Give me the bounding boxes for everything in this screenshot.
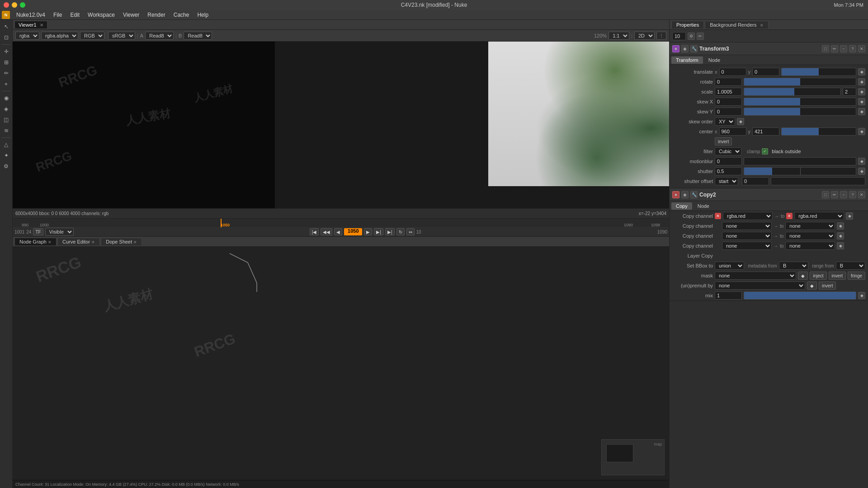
tool-crop[interactable]: ⊞ [1, 57, 11, 67]
menu-viewer[interactable]: Viewer [119, 11, 143, 19]
timeline-ruler[interactable]: 990 1000 1050 1090 1098 [13, 219, 669, 228]
mode-select[interactable]: 2D [634, 32, 655, 40]
tool-merge[interactable]: ◫ [1, 115, 11, 125]
display-select[interactable]: sRGB [108, 32, 135, 40]
close-button[interactable] [4, 2, 9, 8]
maximize-button[interactable] [20, 2, 25, 8]
transform3-color-btn[interactable]: ■ [672, 45, 679, 52]
tl-tf-btn[interactable]: TF [33, 228, 43, 235]
copy-ch2-btn[interactable]: ◆ [837, 222, 844, 230]
shutter-animate-btn[interactable]: ◆ [858, 168, 865, 175]
copy-to-select-1[interactable]: rgba.red [794, 212, 844, 220]
transform3-view-btn[interactable]: ◉ [681, 45, 689, 52]
copy-to-x-icon-1[interactable]: ✕ [786, 213, 793, 219]
copy-ch1-btn[interactable]: ◆ [846, 212, 853, 220]
copy2-close-btn[interactable]: ✕ [858, 191, 865, 198]
tab-node-graph[interactable]: Node Graph ✕ [14, 238, 57, 245]
skewy-slider[interactable] [744, 108, 856, 116]
copy2-icon-2[interactable]: ✏ [831, 191, 838, 198]
skewy-animate-btn[interactable]: ◆ [858, 108, 865, 115]
translate-y-input[interactable]: 0 [752, 68, 779, 76]
minimize-button[interactable] [12, 2, 17, 8]
copy2-view-btn[interactable]: ◉ [681, 191, 689, 198]
tl-loop-btn[interactable]: ↻ [396, 228, 405, 235]
tl-step-back-btn[interactable]: ◀ [334, 228, 342, 235]
rp-tab-properties[interactable]: Properties [671, 21, 704, 28]
tool-color[interactable]: ◈ [1, 104, 11, 114]
menu-render[interactable]: Render [144, 11, 169, 19]
menu-workspace[interactable]: Workspace [84, 11, 118, 19]
clamp-checkbox[interactable]: ✓ [762, 148, 768, 155]
transform3-icon-1[interactable]: □ [822, 45, 829, 52]
copy2-tab-node[interactable]: Node [693, 202, 714, 210]
copy-from-select-3[interactable]: none [722, 232, 772, 240]
skewx-animate-btn[interactable]: ◆ [858, 98, 865, 105]
transform3-tab-node[interactable]: Node [704, 56, 725, 64]
tool-pointer[interactable]: ↖ [1, 22, 11, 32]
shutteroffset-select[interactable]: start [715, 177, 738, 185]
transform3-icon-4[interactable]: ? [849, 45, 856, 52]
center-x-input[interactable]: 960 [719, 127, 746, 136]
input-b-select[interactable]: Read8 [184, 32, 212, 40]
mask-animate-btn[interactable]: ◆ [798, 272, 808, 280]
mini-map[interactable]: map [601, 439, 665, 475]
tool-viewer[interactable]: ◉ [1, 93, 11, 103]
shutter-slider[interactable] [744, 167, 856, 175]
center-y-input[interactable]: 421 [752, 127, 779, 136]
input-a-select[interactable]: Read8 [145, 32, 174, 40]
shutteroffset-input[interactable]: 0 [742, 177, 769, 185]
tl-bounce-btn[interactable]: ⇔ [406, 228, 415, 235]
rp-settings-btn[interactable]: ⚙ [688, 33, 695, 40]
scale-slider[interactable] [744, 88, 841, 96]
mix-animate-btn[interactable]: ◆ [858, 292, 865, 299]
tl-prev-btn[interactable]: ◀◀ [321, 228, 332, 235]
scale-input[interactable]: 1.0005 [715, 88, 742, 96]
tl-start-btn[interactable]: |◀ [310, 228, 319, 235]
filter-select[interactable]: Cubic [715, 147, 741, 155]
tool-settings[interactable]: ⚙ [1, 161, 11, 171]
skewy-input[interactable]: 0 [715, 108, 742, 116]
window-controls[interactable] [0, 2, 25, 8]
translate-animate-btn[interactable]: ◆ [858, 68, 865, 75]
copy-to-select-2[interactable]: none [785, 222, 835, 230]
menu-cache[interactable]: Cache [170, 11, 193, 19]
copy-from-select-4[interactable]: none [722, 242, 772, 250]
center-slider[interactable] [781, 127, 856, 136]
rp-tab-background[interactable]: Background Renders ✕ [705, 21, 768, 28]
translate-slider[interactable] [781, 68, 856, 76]
translate-x-input[interactable]: 0 [719, 68, 746, 76]
transform3-lock-btn[interactable]: 🔧 [690, 45, 698, 52]
copy-to-select-3[interactable]: none [785, 232, 835, 240]
tool-3d[interactable]: △ [1, 140, 11, 150]
shutter-input[interactable]: 0.5 [715, 167, 742, 175]
rp-pencil-btn[interactable]: ✏ [697, 33, 704, 40]
set-bbox-select[interactable]: union [715, 262, 744, 270]
tab-dope-sheet[interactable]: Dope Sheet ✕ [101, 238, 142, 245]
transform3-icon-2[interactable]: ✏ [831, 45, 838, 52]
scale-animate-btn[interactable]: ◆ [858, 88, 865, 95]
copy2-icon-1[interactable]: □ [822, 191, 829, 198]
copy2-icon-3[interactable]: − [840, 191, 847, 198]
invert-btn[interactable]: invert [829, 272, 846, 280]
tl-play-btn[interactable]: ▶ [364, 228, 372, 235]
tl-current-frame[interactable]: 1050 [344, 228, 362, 235]
mix-slider[interactable] [744, 291, 856, 300]
ratio-select[interactable]: 1:1 [609, 32, 629, 40]
transform3-close-btn[interactable]: ✕ [858, 45, 865, 52]
copy2-color-btn[interactable]: ■ [672, 191, 679, 198]
copy2-tool-btn[interactable]: 🔧 [690, 191, 698, 198]
transform3-tab-transform[interactable]: Transform [671, 56, 703, 64]
copy-ch4-btn[interactable]: ◆ [837, 242, 844, 249]
tl-step-fwd-btn[interactable]: ▶| [374, 228, 383, 235]
unpremult-select[interactable]: none [715, 282, 805, 290]
tool-select[interactable]: ⊡ [1, 33, 11, 42]
range-from-select[interactable]: B [836, 262, 865, 270]
shutteroffset-slider[interactable] [771, 177, 865, 185]
copy-from-select-2[interactable]: none [722, 222, 772, 230]
rotate-slider[interactable] [744, 78, 856, 86]
skeworder-select[interactable]: XY [715, 117, 735, 126]
motionblur-slider[interactable] [744, 157, 856, 165]
tool-paint[interactable]: ✏ [1, 68, 11, 78]
channel-select[interactable]: rgba [15, 32, 39, 40]
scale-2-input[interactable]: 2 [843, 88, 856, 96]
